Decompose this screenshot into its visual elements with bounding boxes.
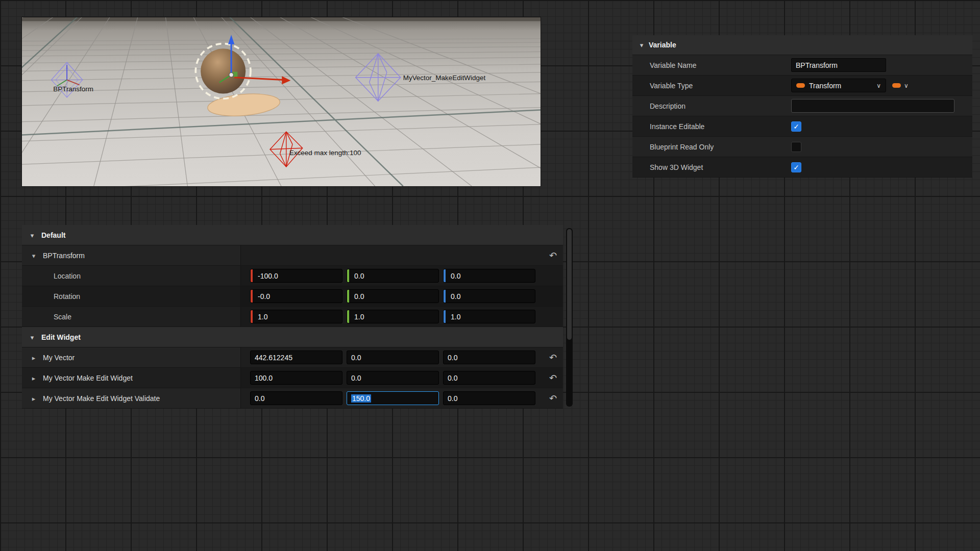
variable-type-dropdown[interactable]: Transform ∨ [791,79,886,92]
defaults-details-panel: ▾ Default ▾ BPTransform ↶ Location Rotat… [22,225,563,409]
location-label: Location [54,272,81,280]
variable-section-title: Variable [649,41,676,49]
make-edit-widget-y-input[interactable] [347,371,439,385]
category-header-edit-widget[interactable]: ▾ Edit Widget [22,327,563,347]
instance-editable-row: Instance Editable ✓ [632,116,972,137]
viewport-label-myvector: MyVector_MakeEditWidget [403,74,486,82]
my-vector-x-input[interactable] [250,350,342,364]
reset-to-default-icon[interactable]: ↶ [549,251,557,260]
variable-type-row: Variable Type Transform ∨ ∨ [632,76,972,96]
rotation-y-input[interactable] [347,289,439,303]
my-vector-label: My Vector [43,354,75,362]
checkmark-icon: ✓ [793,123,799,130]
show-3d-widget-row: Show 3D Widget ✓ [632,157,972,178]
collapse-arrow-icon[interactable]: ▾ [26,231,38,239]
chevron-down-icon: ∨ [876,82,881,89]
category-title: Edit Widget [41,333,81,341]
category-header-default[interactable]: ▾ Default [22,225,563,245]
scale-label: Scale [54,313,71,321]
collapse-arrow-icon[interactable]: ▾ [28,252,40,259]
my-vector-make-edit-widget-validate-label: My Vector Make Edit Widget Validate [43,394,160,403]
details-scrollbar[interactable] [566,228,573,407]
container-type-dropdown[interactable]: ∨ [892,79,909,92]
scale-z-input[interactable] [443,310,535,323]
x-axis-color-bar [251,269,253,282]
show-3d-widget-label: Show 3D Widget [650,163,703,171]
viewport-label-bptransform: BPTransform [53,85,93,93]
expand-arrow-icon[interactable]: ▸ [28,394,40,402]
variable-section-header[interactable]: ▾ Variable [632,35,972,55]
y-axis-color-bar [347,269,349,282]
scrollbar-thumb[interactable] [567,229,572,340]
rotation-x-input[interactable] [250,289,342,303]
variable-name-input[interactable] [791,58,886,72]
blueprint-read-only-row: Blueprint Read Only ✓ [632,137,972,157]
make-edit-widget-x-input[interactable] [250,371,342,385]
my-vector-row: ▸ My Vector ↶ [22,347,563,368]
instance-editable-label: Instance Editable [650,122,704,131]
description-input[interactable] [791,99,954,113]
variable-name-label: Variable Name [650,61,697,69]
z-axis-color-bar [444,310,446,323]
sphere-billboard[interactable] [201,48,246,93]
location-z-input[interactable] [443,269,535,283]
y-axis-color-bar [347,290,349,303]
scale-y-input[interactable] [347,310,439,323]
validate-x-input[interactable] [250,391,342,405]
level-viewport-preview[interactable]: BPTransform [22,17,541,186]
validate-z-input[interactable] [443,391,535,405]
z-axis-color-bar [444,290,446,303]
location-y-input[interactable] [347,269,439,283]
expand-arrow-icon[interactable]: ▸ [28,374,40,382]
rotation-z-input[interactable] [443,289,535,303]
rotation-row: Rotation [22,286,563,307]
my-vector-y-input[interactable] [347,350,439,364]
collapse-arrow-icon[interactable]: ▾ [26,333,38,341]
scale-row: Scale [22,307,563,327]
gizmo-origin[interactable] [229,72,234,77]
my-vector-make-edit-widget-validate-row: ▸ My Vector Make Edit Widget Validate 15… [22,388,563,409]
bptransform-struct-row[interactable]: ▾ BPTransform ↶ [22,245,563,266]
location-row: Location [22,266,563,286]
location-x-input[interactable] [250,269,342,283]
value-column [240,245,563,265]
viewport-render: BPTransform [22,17,541,186]
x-axis-color-bar [251,310,253,323]
reset-to-default-icon[interactable]: ↶ [549,373,557,383]
reset-to-default-icon[interactable]: ↶ [549,353,557,362]
checkmark-icon: ✓ [793,164,799,171]
expand-arrow-icon[interactable]: ▸ [28,354,40,361]
transform-type-pill-icon [796,83,805,88]
blueprint-read-only-checkbox[interactable]: ✓ [791,142,801,152]
variable-type-label: Variable Type [650,82,693,90]
x-axis-color-bar [251,290,253,303]
description-row: Description [632,96,972,116]
y-axis-color-bar [347,310,349,323]
collapse-arrow-icon[interactable]: ▾ [635,41,648,49]
make-edit-widget-z-input[interactable] [443,371,535,385]
blueprint-graph-canvas[interactable]: BPTransform [0,0,980,551]
rotation-label: Rotation [54,292,80,300]
instance-editable-checkbox[interactable]: ✓ [791,121,801,132]
selected-text: 150.0 [351,394,371,403]
variable-type-value: Transform [809,82,841,90]
variable-details-panel: ▾ Variable Variable Name Variable Type T… [632,35,972,178]
description-label: Description [650,102,685,110]
variable-name-row: Variable Name [632,55,972,76]
category-title: Default [41,231,65,239]
my-vector-make-edit-widget-row: ▸ My Vector Make Edit Widget ↶ [22,368,563,388]
my-vector-z-input[interactable] [443,350,535,364]
reset-to-default-icon[interactable]: ↶ [549,394,557,403]
z-axis-color-bar [444,269,446,282]
chevron-down-icon: ∨ [904,82,909,89]
scale-x-input[interactable] [250,310,342,323]
validate-y-input[interactable]: 150.0 [347,391,439,405]
my-vector-make-edit-widget-label: My Vector Make Edit Widget [43,374,133,382]
container-type-pill-icon [892,83,901,88]
blueprint-read-only-label: Blueprint Read Only [650,143,714,151]
show-3d-widget-checkbox[interactable]: ✓ [791,162,801,172]
struct-row-label: BPTransform [43,252,85,260]
viewport-label-exceed: Exceed max length:100 [289,149,361,157]
